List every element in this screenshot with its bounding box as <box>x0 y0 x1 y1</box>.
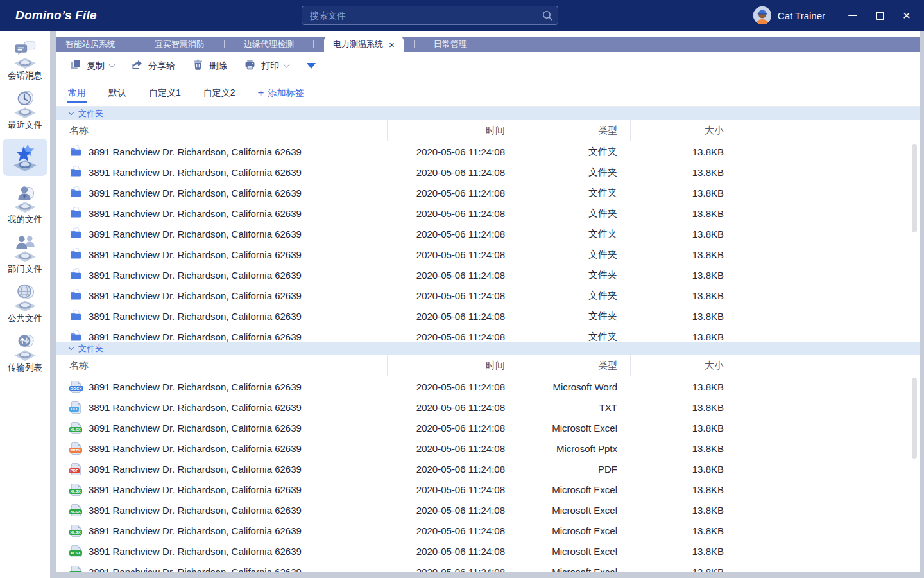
txt-file-icon: TXT <box>71 401 81 414</box>
cell-type: Microsoft Excel <box>518 525 630 536</box>
file-name: 3891 Ranchview Dr. Richardson, Californi… <box>89 208 302 219</box>
cell-name: TXT 3891 Ranchview Dr. Richardson, Calif… <box>56 401 387 414</box>
table-row[interactable]: 3891 Ranchview Dr. Richardson, Californi… <box>56 265 920 285</box>
column-size[interactable]: 大小 <box>630 355 737 376</box>
close-button[interactable]: × <box>901 10 912 21</box>
file-name: 3891 Ranchview Dr. Richardson, Californi… <box>89 566 302 572</box>
cell-size: 13.8KB <box>630 423 737 434</box>
sidebar-item-label: 部门文件 <box>8 263 42 275</box>
table-row[interactable]: DOCX 3891 Ranchview Dr. Richardson, Cali… <box>56 376 920 397</box>
table-row[interactable]: 3891 Ranchview Dr. Richardson, Californi… <box>56 162 920 182</box>
share-button[interactable]: 分享给 <box>131 58 175 73</box>
table-row[interactable]: 3891 Ranchview Dr. Richardson, Californi… <box>56 182 920 203</box>
sidebar-item-label: 传输列表 <box>8 362 42 374</box>
table-row[interactable]: 3891 Ranchview Dr. Richardson, Californi… <box>56 306 920 326</box>
sidebar-item-my-files[interactable]: 我的文件 <box>2 184 48 225</box>
table-row[interactable]: XLSX 3891 Ranchview Dr. Richardson, Cali… <box>56 417 920 438</box>
section-header[interactable]: 文件夹 <box>56 107 920 120</box>
avatar[interactable] <box>753 6 771 24</box>
table-row[interactable]: PDF 3891 Ranchview Dr. Richardson, Calif… <box>56 459 920 479</box>
cell-time: 2020-05-06 11:24:08 <box>387 484 518 495</box>
my-files-icon <box>10 184 40 213</box>
tab[interactable]: 边缘代理检测 <box>235 37 303 52</box>
file-name: 3891 Ranchview Dr. Richardson, Californi… <box>89 229 302 240</box>
filter-tab-1[interactable]: 常用 <box>68 80 86 106</box>
table-row[interactable]: 3891 Ranchview Dr. Richardson, Californi… <box>56 141 920 162</box>
cell-name: 3891 Ranchview Dr. Richardson, Californi… <box>56 166 387 179</box>
search-input[interactable] <box>302 6 558 25</box>
column-type[interactable]: 类型 <box>518 120 630 141</box>
table-row[interactable]: TXT 3891 Ranchview Dr. Richardson, Calif… <box>56 397 920 417</box>
cell-type: PDF <box>518 464 630 475</box>
table-row[interactable]: 3891 Ranchview Dr. Richardson, Californi… <box>56 244 920 265</box>
cell-time: 2020-05-06 11:24:08 <box>387 249 518 260</box>
column-time[interactable]: 时间 <box>387 355 518 376</box>
sidebar-item-recent-files[interactable]: 最近文件 <box>2 89 48 131</box>
tab[interactable]: 宜宾智慧消防 <box>146 37 214 52</box>
column-size[interactable]: 大小 <box>630 120 737 141</box>
add-tag-button[interactable]: + 添加标签 <box>258 87 304 99</box>
column-name[interactable]: 名称 <box>56 355 387 376</box>
expand-more-button[interactable] <box>307 63 316 69</box>
tab-separator <box>135 40 135 48</box>
tab-label: 智能站房系统 <box>65 39 116 50</box>
file-name: 3891 Ranchview Dr. Richardson, Californi… <box>89 290 302 301</box>
cell-size: 13.8KB <box>630 402 737 413</box>
sidebar-item-department-files[interactable]: 部门文件 <box>2 233 48 275</box>
table-row[interactable]: XLSX 3891 Ranchview Dr. Richardson, Cali… <box>56 500 920 520</box>
table-row[interactable]: PPTX 3891 Ranchview Dr. Richardson, Cali… <box>56 438 920 459</box>
file-name: 3891 Ranchview Dr. Richardson, Californi… <box>89 423 302 434</box>
public-files-icon <box>10 283 40 312</box>
maximize-button[interactable] <box>874 10 886 21</box>
filter-tab-3[interactable]: 自定义1 <box>149 80 181 106</box>
filter-tab-2[interactable]: 默认 <box>108 80 126 106</box>
minimize-button[interactable] <box>847 10 859 21</box>
printer-button[interactable]: 打印 <box>244 58 289 73</box>
copy-button[interactable]: 复制 <box>69 58 114 73</box>
section-header[interactable]: 文件夹 <box>56 342 920 355</box>
tab[interactable]: 智能站房系统 <box>56 37 124 52</box>
cell-time: 2020-05-06 11:24:08 <box>387 290 518 301</box>
filter-tab-4[interactable]: 自定义2 <box>203 80 235 106</box>
cell-type: TXT <box>518 402 630 413</box>
cell-size: 13.8KB <box>630 484 737 495</box>
trash-button[interactable]: 删除 <box>192 58 227 73</box>
column-name[interactable]: 名称 <box>56 120 387 141</box>
column-type[interactable]: 类型 <box>518 355 630 376</box>
sidebar-item-public-files[interactable]: 公共文件 <box>2 283 48 324</box>
user-area: Cat Trainer × <box>753 6 912 24</box>
sidebar-item-transfer-list[interactable]: 传输列表 <box>2 332 48 374</box>
plus-icon: + <box>258 89 264 98</box>
cell-name: PDF 3891 Ranchview Dr. Richardson, Calif… <box>56 462 387 475</box>
cell-size: 13.8KB <box>630 505 737 516</box>
window-bottom-edge <box>56 572 920 578</box>
column-time[interactable]: 时间 <box>387 120 518 141</box>
cell-time: 2020-05-06 11:24:08 <box>387 546 518 557</box>
chevron-down-icon <box>69 345 74 350</box>
sidebar-item-starred-files[interactable] <box>3 139 47 176</box>
cell-size: 13.8KB <box>630 188 737 198</box>
folder-icon <box>69 289 82 302</box>
app-window: Domino’s File Cat Trainer × 会话消息 最近文件 <box>0 0 924 578</box>
tab[interactable]: 电力测温系统 × <box>324 37 404 52</box>
table-row[interactable]: 3891 Ranchview Dr. Richardson, Californi… <box>56 203 920 223</box>
table-row[interactable]: 3891 Ranchview Dr. Richardson, Californi… <box>56 285 920 306</box>
section-folders-1: 文件夹 名称 时间 类型 大小 3891 Ranchview Dr. Richa… <box>56 107 920 342</box>
table-row[interactable]: 3891 Ranchview Dr. Richardson, Californi… <box>56 326 920 342</box>
cell-size: 13.8KB <box>630 167 737 178</box>
cell-size: 13.8KB <box>630 229 737 240</box>
tab[interactable]: 日常管理 <box>425 37 476 52</box>
file-name: 3891 Ranchview Dr. Richardson, Californi… <box>89 484 302 495</box>
scrollbar[interactable] <box>912 144 917 232</box>
cell-time: 2020-05-06 11:24:08 <box>387 443 518 454</box>
scrollbar[interactable] <box>912 378 917 459</box>
tab-close-icon[interactable]: × <box>389 40 395 49</box>
table-row[interactable]: XLSX 3891 Ranchview Dr. Richardson, Cali… <box>56 479 920 500</box>
table-row[interactable]: XLSX 3891 Ranchview Dr. Richardson, Cali… <box>56 541 920 561</box>
table-row[interactable]: XLSX 3891 Ranchview Dr. Richardson, Cali… <box>56 561 920 572</box>
table-row[interactable]: 3891 Ranchview Dr. Richardson, Californi… <box>56 223 920 244</box>
cell-size: 13.8KB <box>630 270 737 281</box>
chat-messages-icon <box>10 40 40 69</box>
table-row[interactable]: XLSX 3891 Ranchview Dr. Richardson, Cali… <box>56 520 920 541</box>
sidebar-item-chat-messages[interactable]: 会话消息 <box>2 40 48 82</box>
